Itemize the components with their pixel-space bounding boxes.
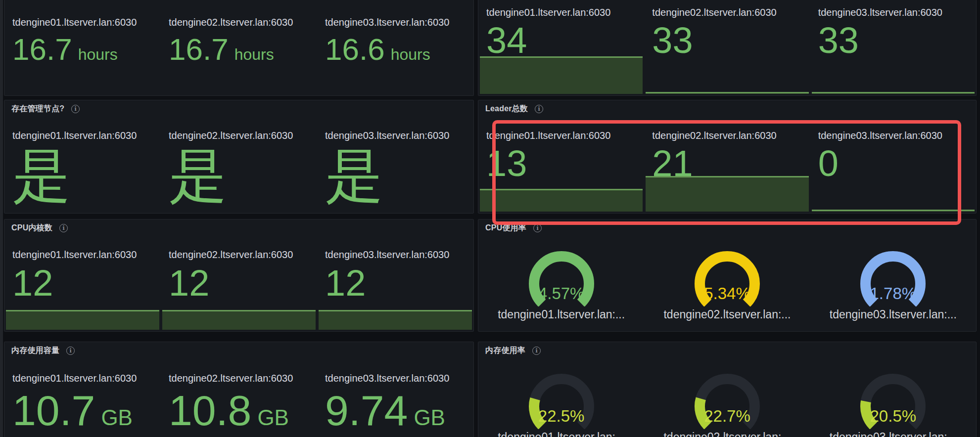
info-icon[interactable]: i <box>533 224 542 232</box>
stat-label: tdengine03.ltserver.lan:6030 <box>325 130 469 141</box>
panel-title[interactable]: 内存使用率 <box>485 346 525 356</box>
stat-label: tdengine03.ltserver.lan:6030 <box>325 373 469 384</box>
stat-cell: tdengine01.ltserver.lan:6030 12 <box>4 236 161 331</box>
stat-unit: hours <box>234 46 274 62</box>
stat-cell: tdengine02.ltserver.lan:6030 16.7hours <box>161 0 317 95</box>
stat-unit: hours <box>78 46 118 62</box>
panel-title[interactable]: Leader总数 <box>485 104 528 114</box>
stat-cell: tdengine02.ltserver.lan:6030 33 <box>644 0 810 95</box>
gauge-value: 20.5% <box>856 408 930 424</box>
stat-cell: tdengine01.ltserver.lan:6030 13 <box>478 117 644 213</box>
panel-title[interactable]: 存在管理节点? <box>11 104 64 114</box>
stat-cell: tdengine03.ltserver.lan:6030 0 <box>810 117 976 213</box>
stat-cell: tdengine03.ltserver.lan:6030 12 <box>317 236 473 331</box>
gauge-label: tdengine02.ltserver.lan:... <box>663 308 791 321</box>
stat-label: tdengine01.ltserver.lan:6030 <box>12 130 157 141</box>
stat-value: 是 <box>325 145 469 206</box>
stat-unit: GB <box>414 407 445 429</box>
gauge-value: 4.57% <box>524 285 599 302</box>
stat-label: tdengine01.ltserver.lan:6030 <box>486 130 640 141</box>
gauge-label: tdengine01.ltserver.lan:... <box>498 308 625 321</box>
gauge-value: 5.34% <box>690 285 764 302</box>
sparkline <box>162 310 316 330</box>
stat-cell: tdengine01.ltserver.lan:6030 34 <box>478 0 644 95</box>
gauge-label: tdengine03.ltserver.lan:... <box>830 431 957 437</box>
stat-label: tdengine03.ltserver.lan:6030 <box>818 7 972 18</box>
panel-mnode-exists: 存在管理节点? i tdengine01.ltserver.lan:6030 是… <box>4 100 474 214</box>
stat-value: 16.7 <box>12 34 72 65</box>
info-icon[interactable]: i <box>535 105 543 113</box>
stat-cell: tdengine03.ltserver.lan:6030 是 <box>317 117 473 213</box>
sparkline <box>480 189 643 212</box>
gauge-cell: 22.7% tdengine02.ltserver.lan:... <box>644 359 810 437</box>
sparkline <box>319 310 472 330</box>
stat-unit: GB <box>101 407 133 429</box>
stat-unit: hours <box>391 46 430 62</box>
gauge-cell: 5.34% tdengine02.ltserver.lan:... <box>644 236 810 331</box>
stat-unit: GB <box>257 407 289 429</box>
stat-value: 12 <box>325 265 366 302</box>
stat-value: 33 <box>818 22 859 59</box>
panel-uptime: tdengine01.ltserver.lan:6030 16.7hours t… <box>4 0 474 96</box>
info-icon[interactable]: i <box>59 224 68 232</box>
panel-title[interactable]: CPU内核数 <box>11 223 52 233</box>
stat-value: 33 <box>652 22 693 59</box>
stat-label: tdengine01.ltserver.lan:6030 <box>486 7 640 18</box>
stat-label: tdengine02.ltserver.lan:6030 <box>652 130 806 141</box>
gauge-cell: 1.78% tdengine03.ltserver.lan:... <box>810 236 976 331</box>
gauge-value: 22.5% <box>524 408 599 424</box>
sparkline <box>480 56 643 94</box>
stat-value: 16.7 <box>169 34 229 65</box>
stat-label: tdengine02.ltserver.lan:6030 <box>652 7 806 18</box>
sparkline <box>812 210 975 212</box>
stat-value: 是 <box>169 145 313 206</box>
panel-title[interactable]: CPU使用率 <box>485 223 526 233</box>
gauge-value: 1.78% <box>856 285 930 302</box>
stat-value: 12 <box>12 265 53 302</box>
stat-label: tdengine03.ltserver.lan:6030 <box>325 249 469 261</box>
stat-cell: tdengine03.ltserver.lan:6030 16.6hours <box>317 0 473 95</box>
stat-cell: tdengine02.ltserver.lan:6030 12 <box>161 236 317 331</box>
stat-value: 9.74 <box>325 389 408 432</box>
stat-label: tdengine02.ltserver.lan:6030 <box>169 17 313 28</box>
info-icon[interactable]: i <box>71 105 80 113</box>
panel-cpu-usage: CPU使用率 i 4.57% tdengine01.ltserver.lan:.… <box>478 219 977 332</box>
stat-label: tdengine01.ltserver.lan:6030 <box>12 17 157 28</box>
info-icon[interactable]: i <box>66 347 75 355</box>
stat-cell: tdengine01.ltserver.lan:6030 10.7GB <box>4 359 161 437</box>
gauge-cell: 20.5% tdengine03.ltserver.lan:... <box>810 359 976 437</box>
stat-cell: tdengine02.ltserver.lan:6030 是 <box>161 117 317 213</box>
stat-label: tdengine01.ltserver.lan:6030 <box>12 373 157 384</box>
panel-memory-capacity: 内存使用容量 i tdengine01.ltserver.lan:6030 10… <box>4 342 474 437</box>
stat-value: 10.8 <box>169 389 251 432</box>
stat-cell: tdengine01.ltserver.lan:6030 是 <box>4 117 161 213</box>
info-icon[interactable]: i <box>532 347 541 355</box>
panel-cpu-cores: CPU内核数 i tdengine01.ltserver.lan:6030 12… <box>4 219 474 332</box>
stat-label: tdengine02.ltserver.lan:6030 <box>169 373 313 384</box>
stat-value: 是 <box>12 145 157 206</box>
sparkline <box>646 176 808 212</box>
stat-label: tdengine03.ltserver.lan:6030 <box>325 17 469 28</box>
gauge-label: tdengine03.ltserver.lan:... <box>830 308 957 321</box>
sparkline <box>646 92 808 94</box>
viewport-left-edge <box>0 0 3 437</box>
stat-cell: tdengine01.ltserver.lan:6030 16.7hours <box>4 0 161 95</box>
gauge-value: 22.7% <box>690 408 764 424</box>
gauge-label: tdengine02.ltserver.lan:... <box>663 431 791 437</box>
stat-value: 0 <box>818 145 839 182</box>
stat-label: tdengine02.ltserver.lan:6030 <box>169 130 313 141</box>
stat-label: tdengine02.ltserver.lan:6030 <box>169 249 313 261</box>
gauge-cell: 4.57% tdengine01.ltserver.lan:... <box>478 236 644 331</box>
panel-memory-usage: 内存使用率 i 22.5% tdengine01.ltserver.lan:..… <box>478 342 977 437</box>
panel-title[interactable]: 内存使用容量 <box>11 346 59 356</box>
stat-label: tdengine01.ltserver.lan:6030 <box>12 249 157 261</box>
stat-value: 13 <box>486 145 527 182</box>
stat-value: 10.7 <box>12 389 95 432</box>
stat-label: tdengine03.ltserver.lan:6030 <box>818 130 972 141</box>
stat-value: 12 <box>169 265 209 302</box>
stat-value: 16.6 <box>325 34 385 65</box>
panel-counts: tdengine01.ltserver.lan:6030 34 tdengine… <box>478 0 977 96</box>
gauge-label: tdengine01.ltserver.lan:... <box>498 431 625 437</box>
gauge-cell: 22.5% tdengine01.ltserver.lan:... <box>478 359 644 437</box>
stat-cell: tdengine03.ltserver.lan:6030 9.74GB <box>317 359 473 437</box>
